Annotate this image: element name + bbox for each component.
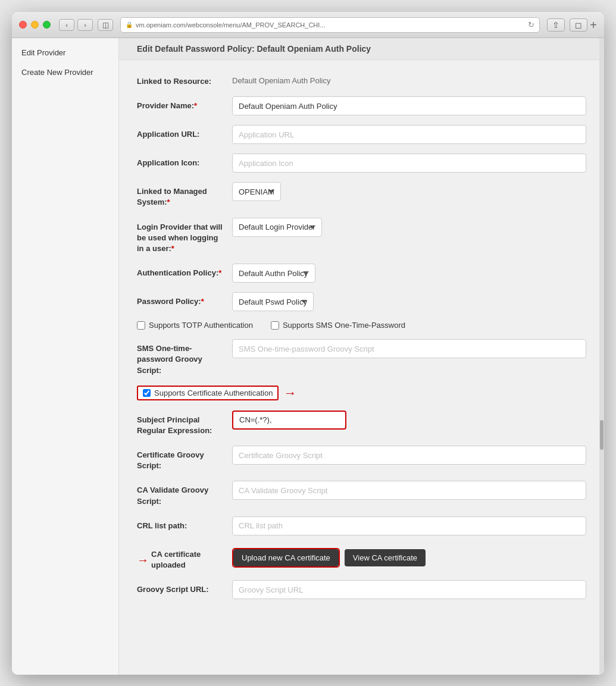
address-bar[interactable]: 🔒 vm.openiam.com/webconsole/menu/AM_PROV…	[120, 17, 540, 33]
sms-label: Supports SMS One-Time-Password	[283, 321, 405, 330]
application-url-input[interactable]	[232, 125, 586, 144]
password-policy-label: Password Policy:*	[137, 292, 232, 307]
sms-groovy-row: SMS One-time-password Groovy Script:	[137, 339, 586, 376]
sidebar-item-edit-provider[interactable]: Edit Provider	[12, 43, 118, 62]
auth-policy-wrapper: Default Authn Policy	[232, 264, 586, 283]
back-button[interactable]: ‹	[59, 19, 74, 31]
scrollbar-thumb[interactable]	[600, 420, 604, 450]
totp-checkbox-item: Supports TOTP Authentication	[137, 321, 253, 330]
cert-groovy-input[interactable]	[232, 446, 586, 465]
traffic-lights	[19, 21, 51, 29]
application-url-row: Application URL:	[137, 125, 586, 144]
toolbar-right: ⇧ ◻	[547, 18, 587, 32]
cert-groovy-row: Certificate Groovy Script:	[137, 446, 586, 471]
address-text: vm.openiam.com/webconsole/menu/AM_PROV_S…	[136, 21, 326, 29]
cert-auth-row: Supports Certificate Authentication →	[137, 386, 586, 401]
lock-icon: 🔒	[126, 21, 133, 28]
linked-managed-system-select[interactable]: OPENIAM	[232, 182, 281, 201]
crl-list-row: CRL list path:	[137, 516, 586, 535]
ca-validate-input[interactable]	[232, 481, 586, 500]
linked-managed-system-row: Linked to Managed System:* OPENIAM	[137, 182, 586, 208]
cert-groovy-label: Certificate Groovy Script:	[137, 446, 232, 471]
password-policy-row: Password Policy:* Default Pswd Policy	[137, 292, 586, 311]
linked-to-resource-value: Default Openiam Auth Policy	[232, 72, 586, 85]
provider-name-input[interactable]	[232, 96, 586, 115]
crl-list-label: CRL list path:	[137, 516, 232, 531]
subject-principal-input[interactable]	[232, 411, 346, 430]
crl-list-input[interactable]	[232, 516, 586, 535]
forward-button[interactable]: ›	[77, 19, 93, 31]
cert-arrow-annotation: →	[283, 386, 296, 401]
upload-btn-wrapper: Upload new CA certificate	[232, 548, 340, 568]
sidebar-item-create-provider[interactable]: Create New Provider	[12, 62, 118, 82]
main-content: Edit Default Password Policy: Default Op…	[119, 38, 604, 675]
application-url-label: Application URL:	[137, 125, 232, 140]
cert-auth-checkbox[interactable]	[143, 389, 151, 397]
groovy-script-url-row: Groovy Script URL:	[137, 580, 586, 599]
reload-icon[interactable]: ↻	[528, 20, 534, 29]
provider-name-label: Provider Name:*	[137, 96, 232, 111]
application-icon-label: Application Icon:	[137, 154, 232, 168]
linked-managed-system-label: Linked to Managed System:*	[137, 182, 232, 208]
groovy-script-url-input[interactable]	[232, 580, 586, 599]
sidebar: Edit Provider Create New Provider	[12, 38, 119, 675]
linked-to-resource-row: Linked to Resource: Default Openiam Auth…	[137, 72, 586, 87]
linked-to-resource-label: Linked to Resource:	[137, 72, 232, 87]
close-button[interactable]	[19, 21, 27, 29]
maximize-button[interactable]	[43, 21, 51, 29]
linked-managed-system-wrapper: OPENIAM	[232, 182, 586, 201]
title-bar: ‹ › ◫ 🔒 vm.openiam.com/webconsole/menu/A…	[12, 12, 604, 38]
login-provider-row: Login Provider that will be used when lo…	[137, 218, 586, 255]
ca-cert-row: → CA certificate uploaded Upload new CA …	[137, 545, 586, 571]
add-tab-button[interactable]: +	[590, 19, 597, 31]
auth-policy-select[interactable]: Default Authn Policy	[232, 264, 315, 283]
sms-checkbox[interactable]	[271, 321, 279, 330]
ca-cert-label: → CA certificate uploaded	[137, 545, 232, 571]
page-header: Edit Default Password Policy: Default Op…	[119, 38, 604, 60]
nav-buttons: ‹ ›	[59, 19, 93, 31]
password-policy-select[interactable]: Default Pswd Policy	[232, 292, 314, 311]
scrollbar[interactable]	[599, 38, 604, 675]
cert-auth-checkbox-wrapper: Supports Certificate Authentication	[137, 386, 279, 400]
ca-cert-buttons: Upload new CA certificate View CA certif…	[232, 548, 426, 568]
cert-auth-label: Supports Certificate Authentication	[154, 389, 273, 397]
sms-groovy-input[interactable]	[232, 339, 586, 358]
minimize-button[interactable]	[31, 21, 39, 29]
password-policy-wrapper: Default Pswd Policy	[232, 292, 586, 311]
login-provider-select[interactable]: Default Login Provider	[232, 218, 322, 237]
ca-validate-label: CA Validate Groovy Script:	[137, 481, 232, 506]
ca-cert-arrow-annotation: →	[137, 552, 149, 568]
groovy-script-url-label: Groovy Script URL:	[137, 580, 232, 595]
view-ca-cert-button[interactable]: View CA certificate	[345, 549, 426, 566]
subject-principal-row: Subject Principal Regular Expression:	[137, 411, 586, 436]
login-provider-label: Login Provider that will be used when lo…	[137, 218, 232, 255]
content-area: Edit Provider Create New Provider Edit D…	[12, 38, 604, 675]
totp-label: Supports TOTP Authentication	[149, 321, 253, 330]
provider-name-row: Provider Name:*	[137, 96, 586, 115]
share-button[interactable]: ⇧	[547, 18, 565, 32]
auth-policy-row: Authentication Policy:* Default Authn Po…	[137, 264, 586, 283]
application-icon-row: Application Icon:	[137, 154, 586, 173]
subject-principal-label: Subject Principal Regular Expression:	[137, 411, 232, 436]
browser-window: ‹ › ◫ 🔒 vm.openiam.com/webconsole/menu/A…	[12, 12, 604, 675]
form-container: Linked to Resource: Default Openiam Auth…	[119, 60, 604, 621]
sms-groovy-label: SMS One-time-password Groovy Script:	[137, 339, 232, 376]
ca-validate-row: CA Validate Groovy Script:	[137, 481, 586, 506]
totp-checkbox[interactable]	[137, 321, 145, 330]
tab-view-button[interactable]: ◫	[98, 19, 113, 31]
application-icon-input[interactable]	[232, 154, 586, 173]
upload-ca-cert-button[interactable]: Upload new CA certificate	[233, 549, 339, 566]
auth-checkboxes-row: Supports TOTP Authentication Supports SM…	[137, 321, 586, 330]
auth-policy-label: Authentication Policy:*	[137, 264, 232, 278]
new-tab-icon[interactable]: ◻	[570, 18, 587, 32]
sms-checkbox-item: Supports SMS One-Time-Password	[271, 321, 405, 330]
login-provider-wrapper: Default Login Provider	[232, 218, 586, 237]
